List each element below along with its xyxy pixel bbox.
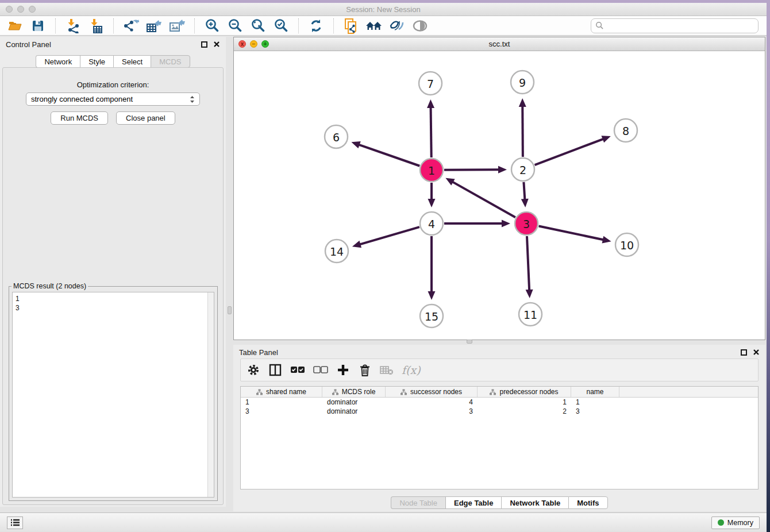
optimization-criterion-label: Optimization criterion:: [3, 80, 223, 89]
gear-icon: [247, 364, 260, 376]
edge-3-11[interactable]: [527, 236, 529, 291]
zoom-out-button[interactable]: [226, 18, 244, 34]
edge-arrowhead: [427, 99, 434, 108]
table-cell[interactable]: 4: [386, 398, 478, 407]
network-canvas[interactable]: 7968124314101511: [234, 51, 765, 339]
save-session-button[interactable]: [29, 18, 47, 34]
tab-mcds[interactable]: MCDS: [151, 55, 190, 68]
zoom-selected-button[interactable]: [272, 18, 290, 34]
close-panel-button[interactable]: Close panel: [116, 111, 175, 125]
tab-network[interactable]: Network: [36, 55, 80, 68]
hide-graphics-details-button[interactable]: [388, 18, 406, 34]
export-table-button[interactable]: [145, 18, 163, 34]
table-cell[interactable]: 3: [241, 407, 322, 416]
run-mcds-button[interactable]: Run MCDS: [51, 111, 108, 125]
delete-table-icon: [380, 365, 394, 375]
delete-row-button[interactable]: [358, 363, 372, 377]
result-scrollbar[interactable]: [207, 292, 214, 497]
zoom-in-button[interactable]: [203, 18, 221, 34]
node-label-6: 6: [333, 131, 340, 144]
tree-icon: [256, 389, 263, 395]
import-table-button[interactable]: [87, 18, 105, 34]
delete-table-button[interactable]: [380, 363, 394, 377]
duplicate-network-icon: [344, 18, 359, 34]
select-all-columns-button[interactable]: [290, 363, 305, 377]
tab-node-table[interactable]: Node Table: [391, 496, 445, 509]
table-cell[interactable]: 1: [478, 398, 571, 407]
vertical-splitter[interactable]: [226, 36, 233, 512]
edge-2-3[interactable]: [523, 182, 525, 200]
criterion-dropdown[interactable]: strongly connected component: [26, 92, 200, 106]
function-builder-button[interactable]: f(x): [402, 363, 421, 377]
control-panel-tabs: NetworkStyleSelectMCDS: [0, 55, 226, 68]
table-cell[interactable]: 2: [478, 407, 571, 416]
open-session-button[interactable]: [6, 18, 24, 34]
column-header-predecessor-nodes[interactable]: predecessor nodes: [478, 387, 571, 397]
table-cell[interactable]: dominator: [322, 398, 386, 407]
edge-3-10[interactable]: [539, 226, 604, 240]
mcds-result-groupbox: MCDS result (2 nodes) 13: [9, 286, 218, 501]
tab-style[interactable]: Style: [80, 55, 113, 68]
column-header-MCDS-role[interactable]: MCDS role: [322, 387, 386, 397]
tab-select[interactable]: Select: [113, 55, 151, 68]
refresh-button[interactable]: [307, 18, 325, 34]
main-area: Control Panel NetworkStyleSelectMCDS Opt…: [0, 36, 767, 512]
unchecked-boxes-icon: [313, 366, 328, 374]
column-header-shared-name[interactable]: shared name: [241, 387, 322, 397]
zoom-fit-button[interactable]: [249, 18, 267, 34]
import-network-button[interactable]: [64, 18, 82, 34]
export-image-button[interactable]: [168, 18, 186, 34]
home-button[interactable]: [365, 18, 383, 34]
column-header-successor-nodes[interactable]: successor nodes: [386, 387, 478, 397]
splitter-handle[interactable]: [228, 306, 232, 314]
duplicate-network-button[interactable]: [342, 18, 360, 34]
close-panel-icon[interactable]: [213, 41, 220, 48]
node-label-10: 10: [620, 239, 634, 252]
column-header-name[interactable]: name: [571, 387, 619, 397]
add-row-button[interactable]: [336, 363, 350, 377]
edge-1-2[interactable]: [444, 169, 499, 170]
import-network-icon: [66, 18, 80, 33]
export-network-icon: [123, 18, 139, 33]
export-network-button[interactable]: [122, 18, 140, 34]
tab-edge-table[interactable]: Edge Table: [445, 496, 501, 509]
zoom-fit-icon: [251, 18, 265, 33]
mcds-result-text[interactable]: 13: [12, 292, 214, 498]
unselect-all-columns-button[interactable]: [313, 363, 328, 377]
mcds-result-line: 1: [16, 294, 211, 303]
node-table[interactable]: shared nameMCDS rolesuccessor nodesprede…: [240, 386, 759, 489]
table-cell[interactable]: 1: [241, 398, 322, 407]
edge-2-9[interactable]: [522, 106, 523, 157]
tab-network-table[interactable]: Network Table: [501, 496, 568, 509]
tab-motifs[interactable]: Motifs: [568, 496, 607, 509]
table-cell[interactable]: 1: [571, 398, 619, 407]
float-table-panel-icon[interactable]: [741, 349, 747, 356]
checked-boxes-icon: [290, 366, 305, 374]
app-window: Session: New Session: [0, 3, 767, 532]
network-graph[interactable]: 7968124314101511: [234, 51, 765, 339]
table-cell[interactable]: 3: [386, 407, 478, 416]
refresh-icon: [309, 18, 324, 33]
show-graphics-details-button[interactable]: [411, 18, 429, 34]
table-cell[interactable]: 3: [571, 407, 619, 416]
search-input[interactable]: [607, 21, 754, 30]
table-cell[interactable]: dominator: [322, 407, 386, 416]
close-table-panel-icon[interactable]: [753, 349, 760, 356]
tree-icon: [332, 389, 338, 395]
task-history-button[interactable]: [7, 516, 23, 529]
search-field[interactable]: [591, 18, 759, 33]
float-panel-icon[interactable]: [201, 41, 207, 48]
horizontal-splitter-handle[interactable]: [467, 340, 472, 344]
show-column-panel-button[interactable]: [268, 363, 282, 377]
edge-3-1[interactable]: [452, 182, 515, 217]
memory-button[interactable]: Memory: [711, 516, 760, 529]
edge-2-8[interactable]: [535, 139, 604, 165]
mcds-result-line: 3: [16, 303, 211, 313]
table-row[interactable]: 1dominator411: [241, 398, 758, 407]
edge-4-14[interactable]: [359, 227, 419, 244]
edge-1-6[interactable]: [359, 145, 420, 166]
table-settings-button[interactable]: [247, 363, 260, 377]
trash-icon: [359, 364, 371, 377]
edge-1-7[interactable]: [431, 107, 432, 157]
table-row[interactable]: 3dominator323: [241, 407, 758, 416]
